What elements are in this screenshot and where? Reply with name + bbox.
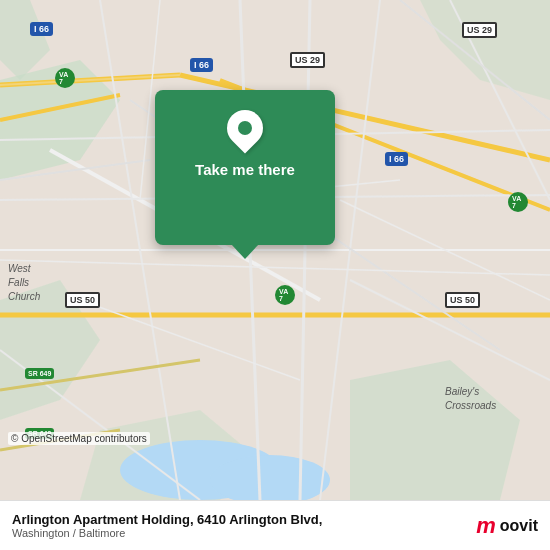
take-me-there-button[interactable]: Take me there xyxy=(195,161,295,178)
pin-inner xyxy=(238,121,252,135)
shield-va7-3: VA 7 xyxy=(508,192,528,212)
location-info: Arlington Apartment Holding, 6410 Arling… xyxy=(12,512,476,539)
osm-attribution: © OpenStreetMap contributors xyxy=(8,432,150,445)
moovit-m-letter: m xyxy=(476,513,496,539)
shield-sr649-1: SR 649 xyxy=(25,368,54,379)
shield-i66-2: I 66 xyxy=(190,58,213,72)
shield-us29-1: US 29 xyxy=(290,52,325,68)
map-container: I 66 I 66 I 66 VA 7 VA 7 VA 7 US 29 US 2… xyxy=(0,0,550,500)
shield-us50-2: US 50 xyxy=(445,292,480,308)
location-subtitle: Washington / Baltimore xyxy=(12,527,476,539)
shield-va7-2: VA 7 xyxy=(275,285,295,305)
shield-va7-1: VA 7 xyxy=(55,68,75,88)
map-svg xyxy=(0,0,550,500)
moovit-logo: m oovit xyxy=(476,513,538,539)
shield-us50-1: US 50 xyxy=(65,292,100,308)
shield-us29-2: US 29 xyxy=(462,22,497,38)
pin-icon xyxy=(220,103,271,154)
bottom-bar: Arlington Apartment Holding, 6410 Arling… xyxy=(0,500,550,550)
shield-i66-3: I 66 xyxy=(385,152,408,166)
location-popup[interactable]: Take me there xyxy=(155,90,335,245)
moovit-word: oovit xyxy=(500,517,538,535)
shield-i66-1: I 66 xyxy=(30,22,53,36)
baileys-crossroads-label: Bailey'sCrossroads xyxy=(445,385,496,413)
location-title: Arlington Apartment Holding, 6410 Arling… xyxy=(12,512,476,527)
west-falls-church-label: WestFallsChurch xyxy=(8,262,40,304)
